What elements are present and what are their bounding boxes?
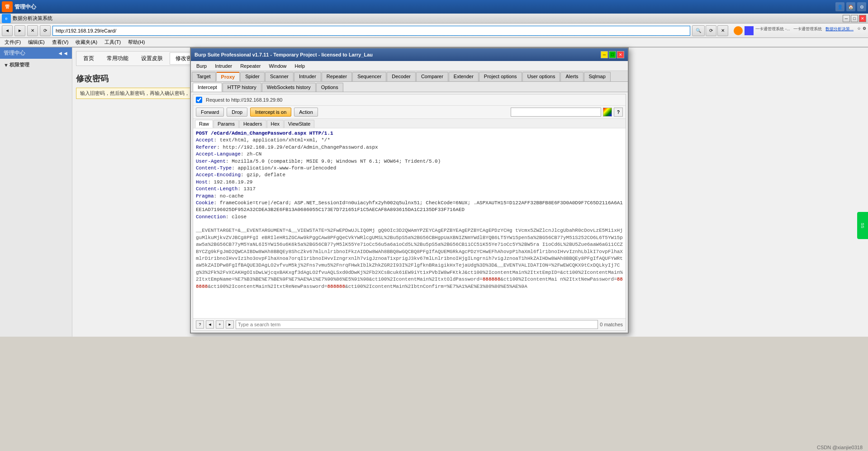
sidebar-collapse-icon[interactable]: ◄◄ xyxy=(57,50,68,56)
action-button[interactable]: Action xyxy=(294,108,318,117)
ie-menu-file[interactable]: 文件(F) xyxy=(2,38,24,46)
taskbar-icon-user[interactable]: 👤 xyxy=(835,2,844,11)
burp-menu-window[interactable]: Window xyxy=(265,62,290,70)
ie-menu-view[interactable]: 查看(V) xyxy=(49,38,71,46)
burp-subtab-http-history[interactable]: HTTP history xyxy=(223,83,261,92)
burp-main-tabs-bar: Target Proxy Spider Scanner Intruder Rep… xyxy=(191,71,628,82)
browser-maximize-btn[interactable]: □ xyxy=(851,15,858,22)
sidebar-section-label: 权限管理 xyxy=(9,61,29,68)
browser-minimize-btn[interactable]: ─ xyxy=(843,15,850,22)
nav-refresh-btn[interactable]: ⟳ xyxy=(40,25,51,36)
intercept-panel: Request to http://192.168.19.29:80 Forwa… xyxy=(193,94,626,331)
web-tab-common[interactable]: 常用功能 xyxy=(101,52,134,65)
burp-subtab-intercept[interactable]: Intercept xyxy=(193,83,222,92)
tab-label-2: 一卡通管理系统 xyxy=(793,26,822,35)
ie-menu-help[interactable]: 帮助(H) xyxy=(125,38,147,46)
sidebar-section-permissions-header: ▼ 权限管理 xyxy=(2,61,70,69)
intercept-toolbar: Request to http://192.168.19.29:80 xyxy=(193,94,626,106)
view-tab-params[interactable]: Params xyxy=(213,120,239,128)
search-prev-btn[interactable]: ◄ xyxy=(206,320,214,329)
burp-tab-sequencer[interactable]: Sequencer xyxy=(352,72,386,81)
taskbar-icon-settings[interactable]: ⚙ xyxy=(857,2,866,11)
search-next-btn[interactable]: ► xyxy=(226,320,234,329)
view-tab-raw[interactable]: Raw xyxy=(195,120,213,128)
intercept-search-input[interactable] xyxy=(511,108,601,117)
intercept-search-area: ? xyxy=(511,108,623,117)
nav-extra-icon1[interactable] xyxy=(734,26,743,35)
ie-menu-bar: 文件(F) 编辑(E) 查看(V) 收藏夹(A) 工具(T) 帮助(H) xyxy=(0,38,868,47)
intercept-help-button[interactable]: ? xyxy=(614,108,623,117)
burp-menu-repeater[interactable]: Repeater xyxy=(237,62,264,70)
browser-tools[interactable]: ⚙ xyxy=(863,26,866,35)
browser-window-controls: ─ □ ✕ xyxy=(843,15,866,22)
burp-proxy-content: Intercept HTTP history WebSockets histor… xyxy=(191,82,628,331)
burp-sub-tabs-bar: Intercept HTTP history WebSockets histor… xyxy=(191,82,628,92)
nav-stop2-btn[interactable]: ✕ xyxy=(717,25,728,36)
nav-stop-btn[interactable]: ✕ xyxy=(27,25,38,36)
burp-tab-decoder[interactable]: Decoder xyxy=(387,72,416,81)
nav-back-btn[interactable]: ◄ xyxy=(2,25,13,36)
nav-search-btn[interactable]: 🔍 xyxy=(692,25,705,36)
color-picker-button[interactable] xyxy=(603,108,612,117)
forward-button[interactable]: Forward xyxy=(196,108,224,117)
burp-menu-burp[interactable]: Burp xyxy=(193,62,210,70)
burp-menu-help[interactable]: Help xyxy=(291,62,309,70)
ie-menu-favorites[interactable]: 收藏夹(A) xyxy=(73,38,100,46)
burp-tab-scanner[interactable]: Scanner xyxy=(265,72,294,81)
burp-subtab-options[interactable]: Options xyxy=(316,83,343,92)
matches-count: 0 matches xyxy=(600,322,623,327)
burp-tab-target[interactable]: Target xyxy=(192,72,216,81)
burp-maximize-btn[interactable]: □ xyxy=(609,51,616,58)
view-tab-hex[interactable]: Hex xyxy=(267,120,284,128)
burp-tab-sqlmap[interactable]: Sqlmap xyxy=(584,72,611,81)
ie-menu-tools[interactable]: 工具(T) xyxy=(102,38,123,46)
browser-close-btn[interactable]: ✕ xyxy=(859,15,866,22)
browser-star[interactable]: ☆ xyxy=(857,26,861,35)
burp-tab-repeater[interactable]: Repeater xyxy=(322,72,352,81)
search-help-btn[interactable]: ? xyxy=(196,320,204,329)
burp-tab-spider[interactable]: Spider xyxy=(240,72,265,81)
taskbar-title: 管理中心 xyxy=(14,3,36,11)
nav-extra-icon2[interactable] xyxy=(745,26,754,35)
nav-refresh2-btn[interactable]: ⟳ xyxy=(706,25,716,36)
intercept-target-label: Request to http://192.168.19.29:80 xyxy=(204,96,284,103)
taskbar: 管 管理中心 👤 🏠 ⚙ xyxy=(0,0,868,14)
burp-minimize-btn[interactable]: ─ xyxy=(601,51,608,58)
page-hint-text: 输入旧密码，然后输入新密码，再输入确认密码，点击"确 xyxy=(80,90,206,96)
browser-titlebar: e 数据分析决策系统 ─ □ ✕ xyxy=(0,14,868,23)
burp-tab-proxy[interactable]: Proxy xyxy=(216,72,240,81)
burp-tab-extender[interactable]: Extender xyxy=(449,72,479,81)
search-bar-input[interactable] xyxy=(236,320,598,329)
tab-label-1: 一卡通管理系统 -... xyxy=(755,26,790,35)
burp-window-controls: ─ □ ✕ xyxy=(601,51,624,58)
burp-close-btn[interactable]: ✕ xyxy=(617,51,624,58)
nav-forward-btn[interactable]: ► xyxy=(14,25,25,36)
intercept-on-button[interactable]: Intercept is on xyxy=(250,108,291,117)
web-tab-home[interactable]: 首页 xyxy=(77,52,100,65)
view-tab-headers[interactable]: Headers xyxy=(239,120,266,128)
view-tab-viewstate[interactable]: ViewState xyxy=(284,120,314,128)
address-bar-input[interactable] xyxy=(52,26,690,36)
search-add-btn[interactable]: + xyxy=(216,320,224,329)
request-body-scroll[interactable]: POST /eCard/Admin_ChangePassword.aspx HT… xyxy=(193,128,626,318)
burp-tab-user-options[interactable]: User options xyxy=(522,72,560,81)
sidebar-header: 管理中心 ◄◄ xyxy=(0,47,72,59)
burp-tab-intruder[interactable]: Intruder xyxy=(294,72,321,81)
burp-subtab-websockets-history[interactable]: WebSockets history xyxy=(262,83,316,92)
intercept-checkbox[interactable] xyxy=(196,97,202,103)
web-tab-skin[interactable]: 设置皮肤 xyxy=(135,52,169,65)
sidebar-expand-icon: ▼ xyxy=(4,62,9,68)
burp-tab-comparer[interactable]: Comparer xyxy=(416,72,448,81)
browser-chrome: e 数据分析决策系统 ─ □ ✕ ◄ ► ✕ ⟳ 🔍 ⟳ ✕ 一卡通管理系统 -… xyxy=(0,14,868,47)
nav-extras: 一卡通管理系统 -... 一卡通管理系统 数据分析决策... ☆ ⚙ xyxy=(734,26,866,35)
search-bar: ? ◄ + ► 0 matches xyxy=(193,318,626,330)
sidebar-section-permissions: ▼ 权限管理 xyxy=(0,59,72,71)
burp-tab-alerts[interactable]: Alerts xyxy=(560,72,583,81)
taskbar-right-icons: 👤 🏠 ⚙ xyxy=(835,2,866,11)
burp-tab-project-options[interactable]: Project options xyxy=(479,72,522,81)
burp-menu-intruder[interactable]: Intruder xyxy=(211,62,236,70)
web-sidebar: 管理中心 ◄◄ ▼ 权限管理 xyxy=(0,47,72,337)
taskbar-icon-home[interactable]: 🏠 xyxy=(846,2,855,11)
drop-button[interactable]: Drop xyxy=(227,108,247,117)
ie-menu-edit[interactable]: 编辑(E) xyxy=(25,38,47,46)
